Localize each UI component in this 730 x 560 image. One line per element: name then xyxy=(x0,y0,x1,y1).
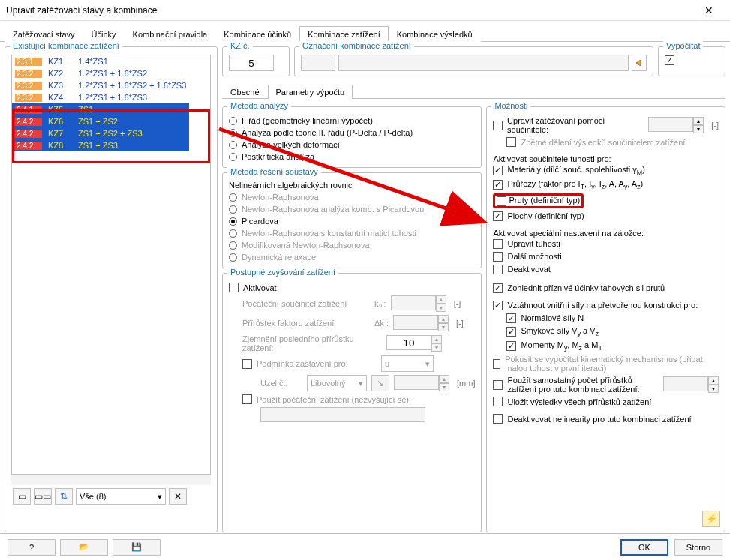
solver-radio-2: Newton-Raphsonova analýza komb. s Picard… xyxy=(229,203,475,215)
combo-grid[interactable]: 2.3.1KZ11.4*ZS12.3.2KZ21.2*ZS1 + 1.6*ZS2… xyxy=(11,55,211,475)
folder-button[interactable]: 📂 xyxy=(60,539,108,556)
reuse-field xyxy=(260,407,425,422)
close-button[interactable]: ✕ xyxy=(694,4,724,16)
combo-name-input[interactable] xyxy=(338,55,629,71)
tab-ucinky[interactable]: Účinky xyxy=(83,26,125,42)
analysis-radio-3[interactable]: Analýza velkých deformací xyxy=(229,139,475,151)
ok-button[interactable]: OK xyxy=(620,539,668,556)
opt-materials[interactable]: Materiály (dílčí souč. spolehlivosti γM) xyxy=(493,163,719,178)
window-title: Upravit zatěžovací stavy a kombinace xyxy=(6,5,157,16)
opt-modify[interactable]: Upravit zatěžování pomocí součinitele: ▴… xyxy=(493,115,719,136)
solver-radio-5: Modifikovaná Newton-Raphsonova xyxy=(229,239,475,251)
table-row[interactable]: 2.4.2KZ7ZS1 + ZS2 + ZS3 xyxy=(12,127,189,139)
opt-save[interactable]: Uložit výsledky všech přírůstků zatížení xyxy=(493,395,719,408)
opt-internal-m[interactable]: Momenty My, Mz a MT xyxy=(506,339,719,353)
opt-members[interactable]: Pruty (definiční typ) xyxy=(493,192,719,210)
solver-subtitle: Nelineárních algebraických rovnic xyxy=(229,181,475,190)
increment-title: Postupné zvyšování zatížení xyxy=(227,268,338,277)
sort-button[interactable]: ⇅ xyxy=(55,488,73,505)
increment-activate[interactable]: Aktivovat xyxy=(229,281,475,294)
opt-internal[interactable]: Vztáhnout vnitřní síly na přetvořenou ko… xyxy=(493,299,719,312)
solver-radio-3[interactable]: Picardova xyxy=(229,215,475,227)
node-pick-icon: ↘ xyxy=(371,375,389,391)
main-tabbar: Zatěžovací stavy Účinky Kombinační pravi… xyxy=(0,21,730,42)
tab-kombinacni-pravidla[interactable]: Kombinační pravidla xyxy=(125,26,216,42)
new-button[interactable]: ▭ xyxy=(13,488,31,505)
delete-button[interactable]: ✕ xyxy=(169,488,187,505)
quick-calc-button[interactable]: ⚡ xyxy=(702,511,720,527)
subtab-parametry[interactable]: Parametry výpočtu xyxy=(268,85,353,99)
calc-label: Vypočítat xyxy=(663,41,703,50)
filter-combo[interactable]: Vše (8)▾ xyxy=(76,488,166,505)
k0-input xyxy=(391,295,436,310)
opt-internal-v[interactable]: Smykové síly Vy a Vz xyxy=(506,325,719,339)
copy-button[interactable]: ▭▭ xyxy=(34,488,52,505)
stiff-title: Aktivovat součinitele tuhosti pro: xyxy=(493,154,719,163)
options-title: Možnosti xyxy=(491,101,530,110)
table-row[interactable]: 2.3.1KZ11.4*ZS1 xyxy=(12,55,189,67)
filter-combo-label: Vše (8) xyxy=(80,492,106,501)
opt-sections[interactable]: Průřezy (faktor pro IT, Iy, Iz, A, Ay, A… xyxy=(493,178,719,192)
table-row[interactable]: 2.3.2KZ31.2*ZS1 + 1.6*ZS2 + 1.6*ZS3 xyxy=(12,79,189,91)
opt-kin: Pokusit se vypočítat kinematický mechani… xyxy=(493,353,719,374)
opt-sep[interactable]: Použít samostatný počet přírůstků zatíže… xyxy=(493,374,719,395)
help-button[interactable]: ? xyxy=(8,539,56,556)
dk-input xyxy=(393,315,438,330)
analysis-radio-4[interactable]: Postkritická analýza xyxy=(229,151,475,163)
solver-radio-1: Newton-Raphsonova xyxy=(229,191,475,203)
node-val-input xyxy=(394,375,439,390)
cancel-button[interactable]: Storno xyxy=(674,539,722,556)
kz-no-input[interactable] xyxy=(229,55,274,71)
table-row[interactable]: 2.4.2KZ8ZS1 + ZS3 xyxy=(12,139,189,151)
node-combo: Libovolný▾ xyxy=(307,375,367,391)
solver-radio-6: Dynamická relaxace xyxy=(229,251,475,263)
calc-checkbox[interactable] xyxy=(665,55,674,65)
solver-radio-4: Newton-Raphsonova s konstantní maticí tu… xyxy=(229,227,475,239)
opt-surfaces[interactable]: Plochy (definiční typ) xyxy=(493,210,719,223)
tab-kombinace-vysledku[interactable]: Kombinace výsledků xyxy=(389,26,481,42)
subtab-obecne[interactable]: Obecné xyxy=(222,85,268,99)
table-row[interactable]: 2.4.2KZ6ZS1 + ZS2 xyxy=(12,115,189,127)
opt-tension[interactable]: Zohlednit příznivé účinky tahových sil p… xyxy=(493,282,719,295)
opt-internal-n[interactable]: Normálové síly N xyxy=(506,312,719,325)
tab-zatezovaci-stavy[interactable]: Zatěžovací stavy xyxy=(5,26,83,42)
spec-title: Aktivovat speciální nastavení na záložce… xyxy=(493,229,719,238)
kz-no-label: KZ č. xyxy=(227,41,253,50)
combo-name-label: Označení kombinace zatížení xyxy=(299,41,414,50)
analysis-radio-2[interactable]: Analýza podle teorie II. řádu (P-Delta /… xyxy=(229,127,475,139)
table-row[interactable]: 2.3.2KZ41.2*ZS1 + 1.6*ZS3 xyxy=(12,91,189,103)
tab-kombinace-ucinku[interactable]: Kombinace účinků xyxy=(215,26,299,42)
opt-deact[interactable]: Deaktivovat nelinearity pro tuto kombina… xyxy=(493,412,719,425)
table-row[interactable]: 2.3.2KZ21.2*ZS1 + 1.6*ZS2 xyxy=(12,67,189,79)
opt-s3[interactable]: Deaktivovat xyxy=(493,263,719,276)
refine-input[interactable] xyxy=(386,335,431,350)
analysis-title: Metoda analýzy xyxy=(227,101,291,110)
tab-kombinace-zatizeni[interactable]: Kombinace zatížení xyxy=(299,26,389,42)
stop-combo: u▾ xyxy=(381,355,434,372)
combo-name-prefix[interactable] xyxy=(301,55,335,71)
left-box-title: Existující kombinace zatížení xyxy=(10,41,122,50)
save-button[interactable]: 💾 xyxy=(113,539,161,556)
opt-s1[interactable]: Upravit tuhosti xyxy=(493,238,719,250)
analysis-radio-1[interactable]: I. řád (geometricky lineární výpočet) xyxy=(229,115,475,127)
table-row[interactable]: 2.4.1KZ5ZS1 xyxy=(12,103,189,115)
pick-name-button[interactable] xyxy=(632,55,647,71)
solver-title: Metoda řešení soustavy xyxy=(227,167,321,176)
opt-s2[interactable]: Další možnosti xyxy=(493,250,719,263)
